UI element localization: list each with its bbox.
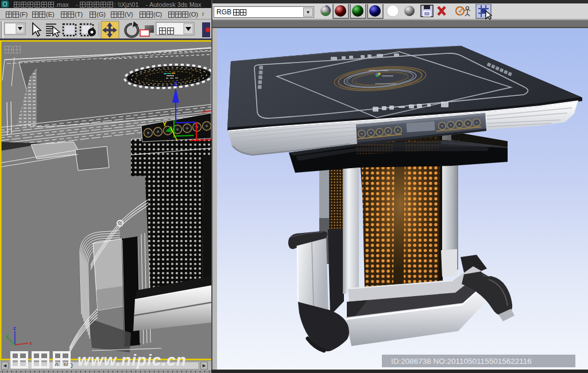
svg-text:y: y: [6, 333, 9, 339]
svg-text:x: x: [29, 340, 32, 346]
svg-text:Z: Z: [174, 81, 177, 87]
svg-text:z: z: [13, 325, 16, 331]
svg-text:ID:2086738 NO:2011050115501562: ID:2086738 NO:20110501155015622116: [391, 357, 532, 366]
svg-text:Y: Y: [163, 121, 167, 127]
